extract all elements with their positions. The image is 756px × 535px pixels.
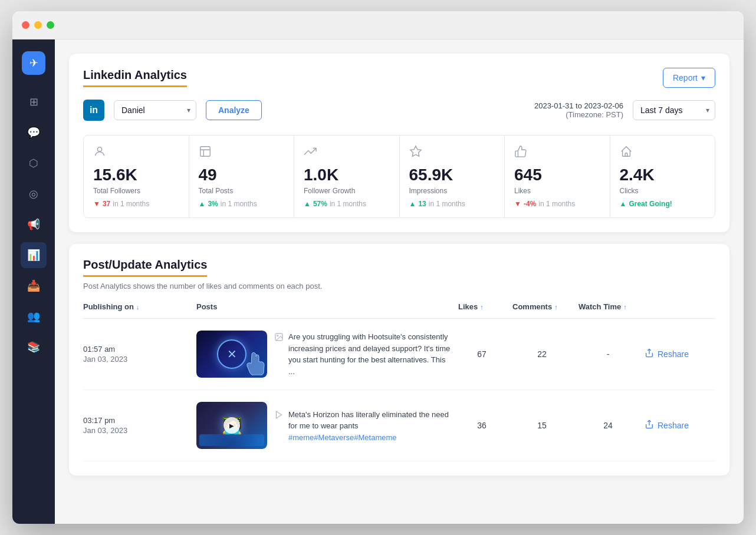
- posts-table: Publishing on ↓ Posts Likes ↑ Comments: [83, 302, 715, 461]
- clicks-arrow-up-icon: ▲: [620, 200, 627, 208]
- likes-label: Likes: [514, 187, 600, 195]
- watch-time-cell-1: -: [578, 349, 637, 359]
- post-thumbnail-1: ✕: [196, 331, 267, 378]
- targeting-icon: ◎: [29, 187, 38, 200]
- chevron-down-icon: ▾: [701, 73, 705, 82]
- sidebar-item-messages[interactable]: 💬: [21, 120, 47, 146]
- comments-sort-icon[interactable]: ↑: [554, 303, 558, 311]
- svg-rect-1: [200, 147, 210, 157]
- minimize-button[interactable]: [34, 21, 42, 29]
- post-cell-1: ✕: [196, 331, 451, 378]
- post-video-icon-2: [274, 410, 284, 421]
- analytics-icon: 📊: [27, 249, 40, 262]
- growth-arrow-up-icon: ▲: [304, 200, 311, 208]
- analyze-button[interactable]: Analyze: [206, 100, 262, 120]
- metric-clicks: 2.4K Clicks ▲ Great Going!: [610, 136, 715, 217]
- follower-growth-label: Follower Growth: [304, 187, 390, 195]
- reshare-cell-1: Reshare: [645, 348, 715, 360]
- publish-date-1: 01:57 am Jan 03, 2023: [83, 345, 189, 364]
- follower-growth-value: 1.0K: [304, 166, 390, 184]
- clicks-label: Clicks: [620, 187, 706, 195]
- total-posts-value: 49: [199, 166, 285, 184]
- likes-cell-2: 36: [458, 421, 505, 430]
- sidebar-item-network[interactable]: ⬡: [21, 150, 47, 176]
- controls-row: in Daniel ▾ Analyze 2023-01-31 to 2023-0…: [83, 100, 715, 121]
- sidebar-item-campaigns[interactable]: 📢: [21, 212, 47, 237]
- linkedin-platform-icon: in: [83, 100, 104, 121]
- total-followers-label: Total Followers: [93, 187, 179, 195]
- metric-likes: 645 Likes ▼ -4% in 1 months: [505, 136, 610, 217]
- sidebar-item-audience[interactable]: 👥: [21, 303, 47, 329]
- sidebar: ✈ ⊞ 💬 ⬡ ◎ 📢 📊 📥 👥: [12, 39, 55, 524]
- svg-marker-4: [410, 146, 420, 156]
- sidebar-item-library[interactable]: 📚: [21, 334, 47, 360]
- glow-circle-icon: ✕: [217, 339, 246, 369]
- date-range-value: 2023-01-31 to 2023-02-06: [534, 101, 623, 110]
- sidebar-logo[interactable]: ✈: [22, 51, 45, 75]
- post-hashtags-2: #meme#Metaverse#Metameme: [288, 433, 397, 442]
- likes-value: 645: [514, 166, 600, 184]
- close-button[interactable]: [22, 21, 29, 29]
- metric-total-followers: 15.6K Total Followers ▼ 37 in 1 months: [84, 136, 189, 217]
- date-range-text: 2023-01-31 to 2023-02-06 (Timezone: PST): [534, 101, 623, 119]
- metrics-grid: 15.6K Total Followers ▼ 37 in 1 months: [83, 135, 715, 218]
- reshare-button-2[interactable]: Reshare: [645, 420, 689, 431]
- library-icon: 📚: [27, 341, 40, 354]
- watch-time-sort-icon[interactable]: ↑: [623, 303, 627, 311]
- metric-total-posts: 49 Total Posts ▲ 3% in 1 months: [189, 136, 294, 217]
- date-range-section: 2023-01-31 to 2023-02-06 (Timezone: PST)…: [534, 100, 715, 120]
- screen-glow-decoration: [199, 434, 264, 446]
- report-button[interactable]: Report ▾: [663, 68, 715, 88]
- metric-follower-growth: 1.0K Follower Growth ▲ 57% in 1 months: [294, 136, 399, 217]
- svg-point-0: [97, 147, 101, 151]
- publishing-sort-icon[interactable]: ↓: [136, 303, 140, 311]
- impressions-icon: [409, 145, 495, 161]
- table-header: Publishing on ↓ Posts Likes ↑ Comments: [83, 302, 715, 319]
- linkedin-analytics-card: Linkedin Analytics Report ▾ in Daniel ▾ …: [69, 54, 729, 232]
- likes-sort-icon[interactable]: ↑: [480, 303, 484, 311]
- hand-pointer-icon: [244, 352, 265, 375]
- post-analytics-title: Post/Update Analytics: [83, 258, 207, 277]
- sidebar-item-targeting[interactable]: ◎: [21, 181, 47, 207]
- sidebar-item-inbox[interactable]: 📥: [21, 273, 47, 299]
- post-analytics-description: Post Analytics shows the number of likes…: [83, 282, 715, 290]
- th-likes: Likes ↑: [458, 302, 505, 311]
- post-image-icon-1: [274, 332, 284, 344]
- publish-date-2: 03:17 pm Jan 03, 2023: [83, 416, 189, 435]
- posts-icon: [199, 145, 285, 161]
- sidebar-item-dashboard[interactable]: ⊞: [21, 89, 47, 115]
- card-title: Linkedin Analytics: [83, 68, 187, 87]
- period-select-wrapper: Last 7 days Last 14 days Last 30 days ▾: [633, 100, 715, 120]
- post-thumbnail-2: 🧑‍💻 ▶: [196, 402, 267, 449]
- messages-icon: 💬: [27, 126, 40, 139]
- th-publishing-on: Publishing on ↓: [83, 302, 189, 311]
- followers-icon: [93, 145, 179, 161]
- impressions-change: ▲ 13 in 1 months: [409, 200, 495, 208]
- account-select[interactable]: Daniel: [114, 100, 196, 120]
- likes-icon: [514, 145, 600, 161]
- period-select[interactable]: Last 7 days Last 14 days Last 30 days: [633, 100, 715, 120]
- th-action: [645, 302, 715, 311]
- network-icon: ⬡: [29, 157, 38, 170]
- post-cell-2: 🧑‍💻 ▶: [196, 402, 451, 449]
- impressions-label: Impressions: [409, 187, 495, 195]
- main-content: Linkedin Analytics Report ▾ in Daniel ▾ …: [55, 39, 744, 524]
- reshare-icon-2: [645, 420, 654, 431]
- reshare-cell-2: Reshare: [645, 420, 715, 431]
- change-arrow-down-icon: ▼: [93, 200, 100, 208]
- svg-point-6: [277, 335, 278, 336]
- account-select-wrapper: Daniel ▾: [114, 100, 196, 120]
- clicks-value: 2.4K: [620, 166, 706, 184]
- sidebar-item-analytics[interactable]: 📊: [21, 242, 47, 268]
- app-body: ✈ ⊞ 💬 ⬡ ◎ 📢 📊 📥 👥: [12, 39, 744, 524]
- inbox-icon: 📥: [27, 279, 40, 292]
- reshare-button-1[interactable]: Reshare: [645, 348, 689, 360]
- th-comments: Comments ↑: [512, 302, 571, 311]
- table-row: 01:57 am Jan 03, 2023 ✕: [83, 319, 715, 390]
- maximize-button[interactable]: [47, 21, 54, 29]
- thumbnail-image-2: 🧑‍💻 ▶: [196, 402, 267, 449]
- logo-icon: ✈: [29, 57, 38, 70]
- metric-impressions: 65.9K Impressions ▲ 13 in 1 months: [400, 136, 505, 217]
- dashboard-icon: ⊞: [29, 95, 38, 108]
- watch-time-cell-2: 24: [578, 421, 637, 430]
